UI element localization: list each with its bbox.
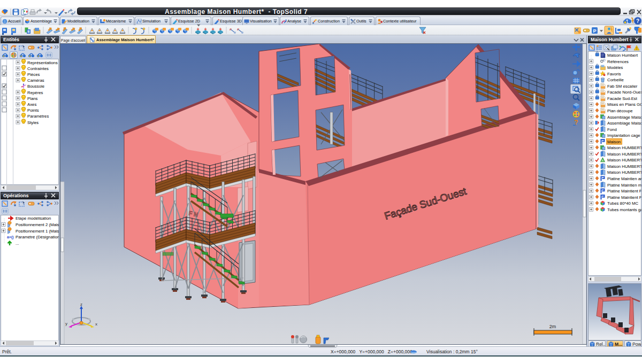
svg-text:Contraintes: Contraintes [27, 66, 49, 71]
svg-text:Références: Références [607, 59, 629, 64]
svg-text:...: ... [16, 241, 19, 246]
svg-text:Assemblage Maiso: Assemblage Maiso [607, 115, 641, 120]
svg-text:Tubes 80*40 MC: Tubes 80*40 MC [607, 201, 639, 206]
svg-text:Etape modélisation: Etape modélisation [16, 216, 51, 221]
svg-text:Modèles: Modèles [607, 65, 623, 70]
svg-text:y: y [65, 321, 67, 326]
svg-text:P: P [593, 28, 596, 34]
svg-text:Maison HUMBERT: Maison HUMBERT [607, 170, 641, 175]
svg-text:Positionnement 2 (Maiso: Positionnement 2 (Maiso [16, 222, 59, 227]
svg-text:Corbeille: Corbeille [607, 78, 624, 82]
svg-text:Implantation cage: Implantation cage [607, 133, 640, 138]
svg-text:Points: Points [27, 108, 39, 113]
svg-text:Représentations: Représentations [27, 60, 58, 65]
svg-text:Axes: Axes [27, 102, 36, 107]
svg-text:Platine Maintient F: Platine Maintient F [607, 195, 641, 200]
svg-text:Facade Sud-Est: Facade Sud-Est [607, 96, 638, 101]
svg-text:Fond: Fond [607, 127, 617, 132]
svg-text:2m: 2m [549, 324, 556, 329]
svg-text:Maison: Maison [607, 140, 621, 144]
svg-text:Tubes montants ga: Tubes montants ga [607, 207, 641, 212]
svg-text:Platine Maintient F: Platine Maintient F [607, 189, 641, 193]
svg-text:Platine Maintien ar: Platine Maintien ar [607, 176, 641, 181]
svg-text:Maison HUMBERT: Maison HUMBERT [607, 145, 641, 150]
svg-text:Plan découpe: Plan découpe [607, 109, 633, 113]
svg-text:Paramètres: Paramètres [27, 114, 49, 119]
svg-text:Maison Humbert: Maison Humbert [607, 53, 638, 58]
svg-text:Mises en Plans GC: Mises en Plans GC [607, 102, 641, 107]
svg-text:Plans: Plans [27, 96, 38, 101]
svg-text:Maison HUMBERT: Maison HUMBERT [607, 158, 641, 162]
svg-text:Styles: Styles [27, 120, 39, 125]
svg-text:Pièces: Pièces [27, 72, 40, 77]
svg-text:Boussole: Boussole [27, 84, 44, 89]
svg-text:z: z [80, 302, 82, 307]
svg-text:Platine Maintien m: Platine Maintien m [607, 183, 641, 188]
svg-text:Facade Nord-Oues: Facade Nord-Oues [607, 90, 641, 95]
svg-text:Fab SM escalier: Fab SM escalier [607, 84, 638, 89]
svg-text:Positionnement 1 (Maiso: Positionnement 1 (Maiso [16, 229, 59, 234]
svg-text:Assemblage Maiso: Assemblage Maiso [607, 121, 641, 126]
svg-text:Caméras: Caméras [27, 78, 44, 83]
svg-text:Favoris: Favoris [607, 72, 621, 76]
svg-text:Repères: Repères [27, 90, 43, 95]
svg-text:!: ! [636, 47, 637, 50]
svg-text:Maison HUMBERT: Maison HUMBERT [607, 164, 641, 169]
svg-text:x: x [95, 322, 97, 327]
svg-text:Paramétré (Désignation): Paramétré (Désignation) [16, 235, 59, 239]
svg-text:a=(): a=() [7, 235, 14, 239]
svg-text:Maison HUMBERT: Maison HUMBERT [607, 152, 641, 157]
